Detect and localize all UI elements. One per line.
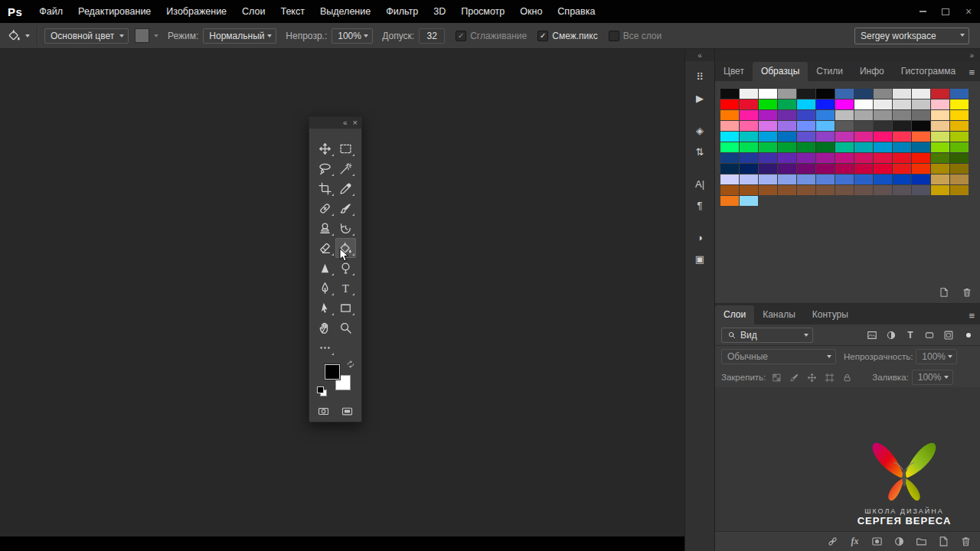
pen-tool[interactable] xyxy=(315,278,335,298)
layers-tab[interactable]: Контуры xyxy=(804,305,857,324)
color-swatch[interactable] xyxy=(854,99,873,109)
color-swatch[interactable] xyxy=(854,110,873,120)
color-swatch[interactable] xyxy=(778,99,796,109)
color-swatch[interactable] xyxy=(912,164,930,174)
color-swatch[interactable] xyxy=(797,153,815,163)
color-swatch[interactable] xyxy=(874,110,892,120)
color-swatch[interactable] xyxy=(816,99,835,109)
color-swatch[interactable] xyxy=(950,142,969,152)
swatches-tab[interactable]: Инфо xyxy=(851,62,893,81)
menu-item[interactable]: Окно xyxy=(512,0,550,23)
color-swatch[interactable] xyxy=(874,89,892,99)
color-swatch[interactable] xyxy=(931,185,949,195)
layer-opacity-field[interactable]: 100% xyxy=(916,349,957,364)
tool-preset-picker[interactable] xyxy=(0,29,35,42)
color-swatch[interactable] xyxy=(778,89,796,99)
sharpen-tool[interactable] xyxy=(315,258,335,278)
color-swatch[interactable] xyxy=(931,153,949,163)
color-swatch[interactable] xyxy=(797,121,815,131)
maximize-button[interactable] xyxy=(934,0,957,23)
color-swatch[interactable] xyxy=(740,196,758,206)
color-swatch[interactable] xyxy=(893,185,911,195)
eyedropper-tool[interactable] xyxy=(335,178,356,198)
color-swatch[interactable] xyxy=(874,132,892,142)
color-swatch[interactable] xyxy=(759,174,777,184)
color-swatch[interactable] xyxy=(854,132,873,142)
new-adjustment-layer-icon[interactable] xyxy=(893,535,906,548)
color-swatch[interactable] xyxy=(893,110,911,120)
color-swatch[interactable] xyxy=(931,110,949,120)
color-swatch[interactable] xyxy=(797,99,815,109)
workspace-select[interactable]: Sergey workspace xyxy=(854,28,969,44)
filter-type-layers-icon[interactable]: T xyxy=(903,328,917,342)
add-layer-mask-icon[interactable] xyxy=(871,535,884,548)
hand-tool[interactable] xyxy=(315,318,335,337)
menu-item[interactable]: Файл xyxy=(31,0,70,23)
rectangle-tool[interactable] xyxy=(335,298,356,318)
color-swatch[interactable] xyxy=(816,174,835,184)
color-swatch[interactable] xyxy=(874,142,892,152)
color-swatch[interactable] xyxy=(759,89,777,99)
edit-toolbar-button[interactable] xyxy=(315,337,335,357)
filter-adjustment-layers-icon[interactable] xyxy=(884,328,898,342)
minimize-button[interactable] xyxy=(911,0,934,23)
color-swatch[interactable] xyxy=(931,89,949,99)
color-swatch[interactable] xyxy=(912,110,930,120)
color-swatch[interactable] xyxy=(816,110,835,120)
magic-wand-tool[interactable] xyxy=(335,158,356,178)
lock-transparent-pixels-icon[interactable] xyxy=(770,371,783,384)
color-swatch[interactable] xyxy=(950,110,969,120)
color-swatch[interactable] xyxy=(854,121,873,131)
swatches-tab[interactable]: Образцы xyxy=(753,62,808,81)
swatches-tab[interactable]: Стили xyxy=(808,62,851,81)
menu-item[interactable]: 3D xyxy=(426,0,453,23)
fill-source-select[interactable]: Основной цвет xyxy=(44,28,129,44)
color-swatch[interactable] xyxy=(797,89,815,99)
lock-artboard-icon[interactable] xyxy=(823,371,836,384)
color-swatch[interactable] xyxy=(893,153,911,163)
close-icon[interactable]: × xyxy=(353,117,358,129)
lock-position-icon[interactable] xyxy=(805,371,818,384)
color-swatch[interactable] xyxy=(854,185,873,195)
color-swatch[interactable] xyxy=(835,185,854,195)
delete-layer-icon[interactable] xyxy=(959,535,972,548)
new-group-icon[interactable] xyxy=(915,535,928,548)
menu-item[interactable]: Слои xyxy=(234,0,273,23)
new-layer-icon[interactable] xyxy=(937,535,950,548)
menu-item[interactable]: Изображение xyxy=(158,0,234,23)
color-swatch[interactable] xyxy=(797,142,815,152)
menu-item[interactable]: Редактирование xyxy=(70,0,158,23)
tolerance-field[interactable]: 32 xyxy=(419,28,445,44)
menu-item[interactable]: Выделение xyxy=(312,0,378,23)
color-swatch[interactable] xyxy=(912,121,930,131)
color-swatch[interactable] xyxy=(950,121,969,131)
color-swatch[interactable] xyxy=(740,110,758,120)
color-swatch[interactable] xyxy=(720,153,739,163)
lasso-tool[interactable] xyxy=(315,158,335,178)
color-swatch[interactable] xyxy=(797,164,815,174)
color-swatch[interactable] xyxy=(854,153,873,163)
opacity-field[interactable]: 100% xyxy=(332,28,373,44)
collapse-panels-icon[interactable]: » xyxy=(969,51,974,60)
layer-comps-panel-icon[interactable]: ▣ xyxy=(685,248,714,269)
color-swatch[interactable] xyxy=(778,164,796,174)
color-swatch[interactable] xyxy=(816,132,835,142)
filter-shape-layers-icon[interactable] xyxy=(923,328,936,342)
screen-mode-button[interactable] xyxy=(340,406,354,417)
color-swatch[interactable] xyxy=(950,99,969,109)
checkbox-1[interactable]: ✓Сглаживание xyxy=(456,31,527,41)
color-swatch[interactable] xyxy=(835,132,854,142)
color-swatch[interactable] xyxy=(874,174,892,184)
color-swatch[interactable] xyxy=(912,89,930,99)
path-selection-tool[interactable] xyxy=(315,298,335,318)
filter-smart-objects-icon[interactable] xyxy=(942,328,956,342)
color-swatch[interactable] xyxy=(931,142,949,152)
color-swatch[interactable] xyxy=(740,99,758,109)
color-swatch[interactable] xyxy=(759,99,777,109)
layers-panel-menu-icon[interactable]: ≡ xyxy=(969,311,975,321)
color-swatch[interactable] xyxy=(912,99,930,109)
menu-item[interactable]: Фильтр xyxy=(378,0,426,23)
brush-tool[interactable] xyxy=(335,198,356,218)
color-swatch[interactable] xyxy=(816,89,835,99)
color-swatch[interactable] xyxy=(893,99,911,109)
